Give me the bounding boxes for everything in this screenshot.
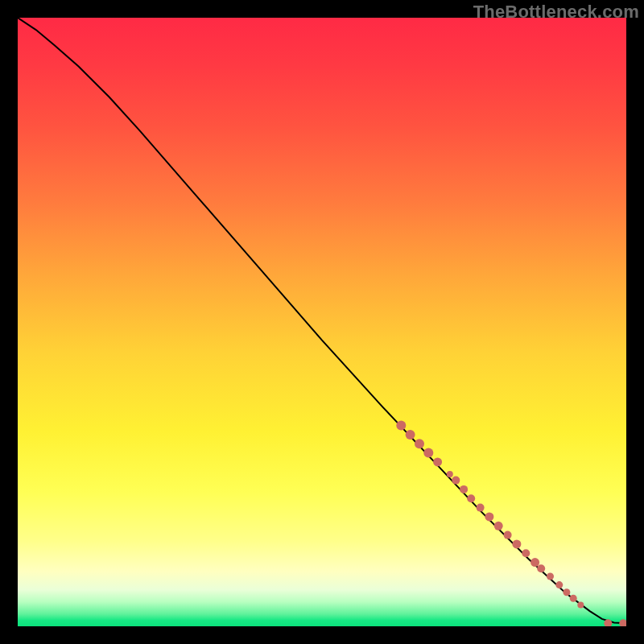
data-point [396,421,406,431]
data-point [452,477,460,485]
data-point [619,619,626,626]
data-point [477,504,485,512]
data-point [485,512,493,521]
data-point [447,471,453,477]
data-point [415,439,424,448]
data-point [537,564,545,572]
data-point [423,448,433,458]
bottleneck-curve [18,18,626,623]
marker-layer [396,421,626,627]
data-point [555,581,563,588]
data-point [530,558,539,567]
data-point [494,522,503,530]
data-point [570,595,577,602]
data-point [460,485,468,493]
data-point [406,430,415,440]
data-point [467,494,475,502]
data-point [522,549,530,557]
chart-stage: TheBottleneck.com [0,0,644,644]
data-point [512,539,521,548]
plot-overlay [18,18,626,626]
plot-area [18,18,626,626]
data-point [504,531,512,539]
data-point [563,588,570,596]
watermark-text: TheBottleneck.com [473,2,639,23]
data-point [577,602,584,609]
data-point [547,573,554,580]
data-point [433,457,442,466]
